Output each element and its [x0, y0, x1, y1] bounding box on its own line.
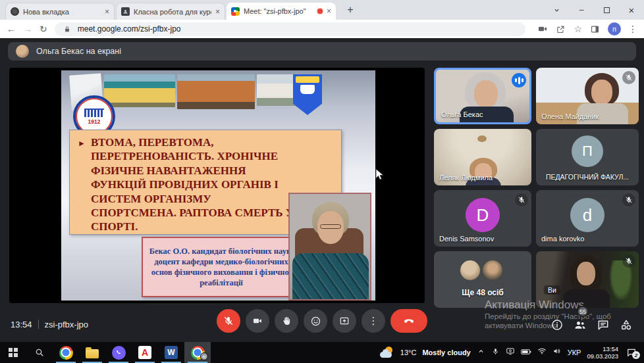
presenting-banner: Ольга Бекас на екрані [8, 42, 636, 60]
notification-icon[interactable]: 2 [624, 346, 639, 359]
mic-off-icon [515, 193, 528, 206]
more-options-button[interactable]: ⋮ [362, 309, 385, 333]
banner-text: Ольга Бекас на екрані [36, 47, 121, 56]
participant-tile-olena-maidanyk[interactable]: Олена Майданик [536, 68, 639, 124]
participant-tile-olga-bekas[interactable]: Ольга Бекас [434, 68, 531, 124]
mic-button[interactable] [217, 309, 240, 333]
avatar-initial: d [570, 198, 604, 232]
meet-side-buttons [550, 318, 633, 334]
participant-name: ПЕДАГОГІЧНИЙ ФАКУЛ... [536, 173, 639, 181]
chrome-profile-badge: п [200, 352, 208, 360]
share-icon[interactable] [555, 24, 566, 35]
clock-widget[interactable]: 13:54 09.03.2023 [587, 345, 618, 360]
taskbar-word-icon[interactable]: W [158, 342, 184, 363]
tray-wifi-icon[interactable] [537, 347, 547, 358]
weather-temp[interactable]: 13°C [400, 349, 417, 356]
tab-title: Нова вкладка [23, 8, 101, 16]
taskbar-chrome-icon[interactable] [53, 342, 79, 363]
participant-tile-dima-korovko[interactable]: d dima korovko [536, 190, 639, 247]
window-controls: – × [544, 0, 644, 20]
browser-tab-bar: Нова вкладка × Класна робота для курсу "… [0, 0, 644, 20]
tray-mic-icon[interactable] [491, 347, 500, 358]
notification-badge: 2 [632, 351, 640, 359]
windows-watermark-line: активувати Windows. [485, 322, 558, 329]
taskbar-acrobat-icon[interactable]: A [132, 342, 158, 363]
taskbar-chrome-profile-icon[interactable]: п [184, 342, 211, 363]
url-text: meet.google.com/zsi-pfbx-jpo [78, 24, 181, 34]
end-call-button[interactable] [390, 309, 427, 333]
reload-button[interactable]: ↻ [40, 24, 47, 34]
tray-volume-icon[interactable] [552, 347, 562, 358]
presenter-photo [288, 193, 371, 301]
tray-chevron-icon[interactable] [477, 347, 485, 358]
camera-button[interactable] [246, 309, 269, 333]
participant-tile-denis-samsonov[interactable]: D Denis Samsonov [434, 190, 531, 247]
weather-desc[interactable]: Mostly cloudy [422, 349, 470, 356]
meeting-code: zsi-pfbx-jpo [45, 320, 88, 329]
slide-credit-box: Бекас О.О. кандидат біологічних наук, до… [142, 237, 301, 297]
participant-name: Олена Майданик [541, 112, 599, 120]
slide-credit: Бекас О.О. кандидат біологічних наук, до… [147, 246, 296, 289]
activities-button[interactable] [620, 318, 633, 334]
participant-tile-leliak-liudmyla[interactable]: Леляк Людмила [434, 129, 531, 185]
photo-glasses [320, 224, 341, 229]
browser-menu-icon[interactable]: ⋮ [628, 24, 637, 34]
reactions-button[interactable] [304, 309, 327, 333]
tab-title: Meet: "zsi-pfbx-jpo" [244, 7, 313, 15]
browser-toolbar: ← → ↻ meet.google.com/zsi-pfbx-jpo ☆ п ⋮ [0, 20, 644, 38]
meeting-info: 13:54 zsi-pfbx-jpo [11, 317, 88, 331]
mouse-cursor [375, 168, 384, 181]
present-button[interactable] [333, 309, 356, 333]
start-button[interactable] [0, 342, 26, 363]
camera-indicator-icon[interactable] [537, 24, 548, 35]
participant-tile-pedagogical-faculty[interactable]: П ПЕДАГОГІЧНИЙ ФАКУЛ... [536, 129, 639, 185]
new-tab-button[interactable]: + [342, 4, 358, 16]
more-participants-label: Ще 48 осіб [434, 288, 531, 297]
chrome-logo-icon [59, 346, 73, 360]
person-face [577, 262, 595, 285]
window-menu-icon[interactable] [544, 0, 569, 20]
taskbar-viber-icon[interactable] [105, 342, 132, 363]
tab-close-icon[interactable]: × [105, 7, 109, 16]
browser-tab-meet[interactable]: Meet: "zsi-pfbx-jpo" × [227, 3, 336, 20]
banner-avatar [16, 45, 29, 58]
language-indicator[interactable]: УКР [568, 349, 581, 356]
tray-battery-icon[interactable] [521, 347, 531, 358]
address-bar[interactable]: meet.google.com/zsi-pfbx-jpo [55, 22, 526, 36]
tab-close-icon[interactable]: × [215, 7, 220, 16]
screenshare-region: 1912 ► ВТОМА, ПЕРЕВТОМА, ПЕРЕТРЕНОВАНІСТ… [9, 68, 425, 303]
folder-icon [86, 349, 99, 358]
browser-tab-classroom[interactable]: Класна робота для курсу "Фізіо × [116, 3, 225, 20]
avatar-initial: П [572, 135, 603, 167]
forward-button[interactable]: → [23, 24, 32, 34]
system-tray: 13°C Mostly cloudy УКР 13:54 09.03.2023 … [380, 342, 644, 363]
tray-display-icon[interactable] [506, 347, 515, 358]
meet-clock: 13:54 [11, 320, 32, 329]
info-button[interactable] [550, 318, 564, 334]
tab-close-icon[interactable]: × [327, 7, 331, 16]
taskbar-search-button[interactable] [26, 342, 53, 363]
profile-avatar[interactable]: п [608, 22, 621, 36]
minimize-button[interactable]: – [569, 0, 594, 20]
browser-tab-new[interactable]: Нова вкладка × [5, 3, 115, 20]
search-icon [34, 347, 45, 358]
side-panel-icon[interactable] [589, 24, 601, 35]
chat-button[interactable] [597, 318, 610, 334]
people-button[interactable] [574, 318, 587, 334]
back-button[interactable]: ← [7, 24, 16, 34]
lock-icon [62, 24, 73, 35]
close-button[interactable]: × [619, 0, 644, 20]
raise-hand-button[interactable] [275, 309, 298, 333]
bullet-icon: ► [78, 135, 86, 230]
maximize-button[interactable] [594, 0, 619, 20]
self-label: Ви [544, 285, 560, 295]
star-icon[interactable]: ☆ [574, 24, 582, 34]
tab-favicon [11, 7, 19, 16]
mini-avatar [460, 260, 480, 280]
person-face [591, 80, 612, 105]
collage-photo-building1 [104, 74, 175, 107]
mic-off-icon [622, 71, 635, 84]
weather-icon[interactable] [380, 347, 394, 358]
taskbar-explorer-icon[interactable] [79, 342, 105, 363]
recording-indicator-icon [317, 9, 323, 14]
